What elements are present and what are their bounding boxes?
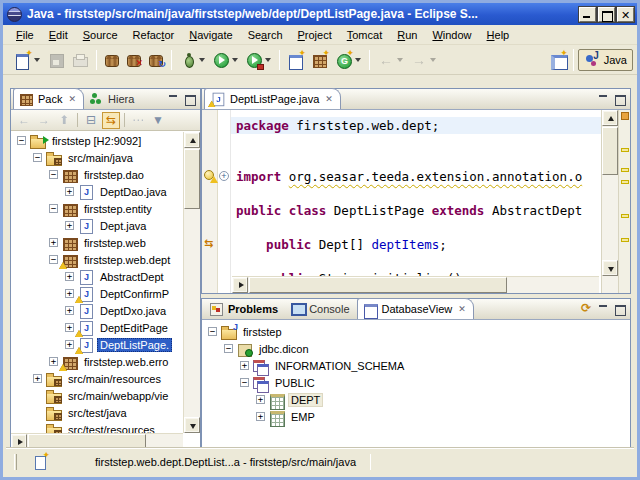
new-wizard-button[interactable] bbox=[12, 49, 43, 71]
tree-item-firststep-h2-9092-[interactable]: −firststep [H2:9092] bbox=[11, 132, 183, 149]
expander[interactable]: + bbox=[256, 412, 265, 421]
tree-item-src-main-webapp-vie[interactable]: src/main/webapp/vie bbox=[11, 387, 183, 404]
tree-item-deptdxo-java[interactable]: +DeptDxo.java bbox=[11, 302, 183, 319]
minimize-button[interactable] bbox=[579, 7, 596, 22]
fold-expand-icon[interactable]: + bbox=[219, 171, 229, 181]
generate-button[interactable] bbox=[333, 49, 364, 71]
tree-item-firststep-dao[interactable]: −firststep.dao bbox=[11, 166, 183, 183]
warning-mark[interactable] bbox=[621, 180, 629, 184]
expander[interactable]: + bbox=[65, 340, 74, 349]
menu-project[interactable]: Project bbox=[291, 27, 339, 43]
menu-tomcat[interactable]: Tomcat bbox=[340, 27, 389, 43]
tab-hiera[interactable]: Hiera bbox=[84, 88, 141, 109]
run-button[interactable] bbox=[210, 49, 241, 71]
tree-item-depteditpage[interactable]: +DeptEditPage bbox=[11, 319, 183, 336]
tree-item-jdbc-dicon[interactable]: −jdbc.dicon bbox=[202, 340, 630, 357]
tree-item-deptdao-java[interactable]: +DeptDao.java bbox=[11, 183, 183, 200]
overview-warning-summary-icon[interactable] bbox=[621, 112, 629, 120]
tab-databaseview[interactable]: DatabaseView✕ bbox=[357, 298, 474, 319]
dropdown-arrow-icon[interactable] bbox=[34, 58, 40, 62]
minimize-view-button[interactable] bbox=[597, 93, 610, 105]
tree-item-src-main-java[interactable]: −src/main/java bbox=[11, 149, 183, 166]
package-explorer-vscrollbar[interactable] bbox=[183, 132, 200, 433]
dropdown-arrow-icon[interactable] bbox=[199, 58, 205, 62]
scroll-down-button[interactable] bbox=[602, 260, 618, 276]
code-line[interactable]: public Dept[] deptItems; bbox=[231, 236, 601, 253]
expander[interactable]: + bbox=[49, 238, 58, 247]
expander[interactable]: − bbox=[240, 378, 249, 387]
menu-search[interactable]: Search bbox=[241, 27, 290, 43]
expander[interactable]: + bbox=[49, 357, 58, 366]
expander[interactable]: + bbox=[33, 374, 42, 383]
scroll-up-button[interactable] bbox=[184, 132, 200, 148]
expander[interactable]: + bbox=[65, 306, 74, 315]
tree-item-src-test-resources[interactable]: src/test/resources bbox=[11, 421, 183, 433]
dropdown-arrow-icon[interactable] bbox=[265, 58, 271, 62]
tomcat-restart-button[interactable]: ↻ bbox=[146, 49, 166, 70]
expander[interactable]: + bbox=[65, 187, 74, 196]
editor-tab-deptlistpage[interactable]: DeptListPage.java ✕ bbox=[204, 88, 341, 109]
view-menu-button[interactable]: ▼ bbox=[149, 112, 167, 129]
scroll-thumb[interactable] bbox=[602, 127, 618, 175]
code-line[interactable] bbox=[231, 253, 601, 270]
menu-refactor[interactable]: Refactor bbox=[126, 27, 182, 43]
minimize-view-button[interactable] bbox=[597, 303, 610, 315]
expander[interactable]: + bbox=[65, 323, 74, 332]
dropdown-arrow-icon[interactable] bbox=[430, 58, 436, 62]
new-component-button[interactable] bbox=[309, 49, 331, 71]
scroll-right-button[interactable] bbox=[232, 277, 248, 293]
collapse-all-button[interactable]: ⊟ bbox=[82, 112, 100, 129]
tree-item-src-test-java[interactable]: src/test/java bbox=[11, 404, 183, 421]
close-tab-icon[interactable]: ✕ bbox=[456, 304, 466, 314]
code-line[interactable]: package firststep.web.dept; bbox=[231, 117, 601, 134]
menu-navigate[interactable]: Navigate bbox=[182, 27, 239, 43]
dropdown-arrow-icon[interactable] bbox=[355, 58, 361, 62]
dropdown-arrow-icon[interactable] bbox=[397, 58, 403, 62]
expander[interactable]: − bbox=[208, 327, 217, 336]
scroll-up-button[interactable] bbox=[602, 110, 618, 126]
scroll-thumb[interactable] bbox=[184, 149, 200, 209]
tab-pack[interactable]: Pack✕ bbox=[13, 88, 84, 109]
expander[interactable]: − bbox=[49, 255, 58, 264]
tree-item-firststep-web-erro[interactable]: +firststep.web.erro bbox=[11, 353, 183, 370]
tree-item-firststep-entity[interactable]: −firststep.entity bbox=[11, 200, 183, 217]
maximize-button[interactable] bbox=[598, 7, 615, 22]
tree-item-deptlistpage-[interactable]: +DeptListPage. bbox=[11, 336, 183, 353]
warning-mark[interactable] bbox=[621, 214, 629, 218]
expander[interactable]: + bbox=[240, 361, 249, 370]
code-line[interactable] bbox=[231, 151, 601, 168]
code-area[interactable]: package firststep.web.dept;import org.se… bbox=[231, 110, 601, 293]
expander[interactable]: − bbox=[17, 136, 26, 145]
menu-source[interactable]: Source bbox=[76, 27, 125, 43]
maximize-view-button[interactable] bbox=[183, 93, 196, 105]
menu-edit[interactable]: Edit bbox=[42, 27, 75, 43]
minimize-view-button[interactable] bbox=[167, 93, 180, 105]
scroll-thumb[interactable] bbox=[249, 277, 507, 293]
warning-lightbulb-icon[interactable] bbox=[203, 169, 217, 183]
tab-console[interactable]: Console bbox=[285, 298, 356, 319]
close-tab-icon[interactable]: ✕ bbox=[66, 94, 76, 104]
editor-vscrollbar[interactable] bbox=[601, 110, 618, 293]
debug-button[interactable] bbox=[177, 49, 208, 71]
tree-item-information-schema[interactable]: +INFORMATION_SCHEMA bbox=[202, 357, 630, 374]
close-button[interactable] bbox=[617, 7, 634, 22]
expander[interactable]: + bbox=[65, 221, 74, 230]
tomcat-start-button[interactable] bbox=[102, 49, 122, 70]
tree-item-dept[interactable]: +DEPT bbox=[202, 391, 630, 408]
menu-run[interactable]: Run bbox=[390, 27, 424, 43]
expander[interactable]: − bbox=[224, 344, 233, 353]
maximize-view-button[interactable] bbox=[613, 303, 626, 315]
expander[interactable]: + bbox=[65, 272, 74, 281]
new-view-button[interactable] bbox=[285, 49, 307, 71]
scroll-down-button[interactable] bbox=[184, 417, 200, 433]
expander[interactable]: + bbox=[256, 395, 265, 404]
menu-window[interactable]: Window bbox=[425, 27, 478, 43]
dropdown-arrow-icon[interactable] bbox=[232, 58, 238, 62]
tree-item-deptconfirmp[interactable]: +DeptConfirmP bbox=[11, 285, 183, 302]
external-tools-button[interactable] bbox=[243, 49, 274, 71]
java-perspective-button[interactable]: Java bbox=[578, 49, 633, 71]
menu-help[interactable]: Help bbox=[480, 27, 517, 43]
folding-ruler[interactable]: + bbox=[218, 110, 231, 293]
code-line[interactable] bbox=[231, 185, 601, 202]
code-line[interactable] bbox=[231, 219, 601, 236]
